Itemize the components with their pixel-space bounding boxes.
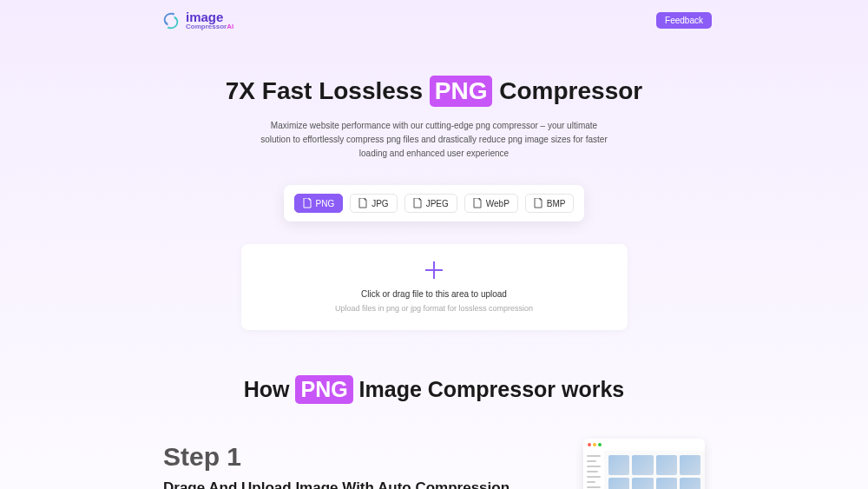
file-icon [473, 198, 482, 208]
step-1-text: Step 1 Drage And Upload Image With Auto … [163, 442, 566, 489]
format-webp-button[interactable]: WebP [464, 194, 518, 213]
upload-area[interactable]: Click or drag file to this area to uploa… [241, 244, 628, 330]
mock-titlebar [583, 439, 705, 451]
traffic-light-red [588, 443, 591, 446]
how-title: How PNG Image Compressor works [156, 375, 712, 404]
plus-icon [424, 260, 444, 281]
logo-title: image [186, 10, 233, 23]
file-icon [534, 198, 542, 208]
mock-sidebar [583, 451, 604, 489]
step-1-title: Drage And Upload Image With Auto Compres… [163, 479, 566, 489]
logo-icon [161, 11, 181, 30]
hero-badge: PNG [430, 76, 493, 107]
file-icon [303, 198, 312, 208]
how-badge: PNG [295, 375, 352, 404]
format-bmp-button[interactable]: BMP [525, 194, 575, 213]
hero-description: Maximize website performance with our cu… [260, 119, 608, 161]
format-jpg-button[interactable]: JPG [350, 194, 397, 213]
logo-text: image CompressorAI [186, 10, 233, 30]
step-1-number: Step 1 [163, 442, 566, 472]
format-selector: PNG JPG JPEG WebP BMP [284, 185, 585, 221]
mock-thumbnails [604, 451, 705, 489]
format-jpeg-button[interactable]: JPEG [404, 194, 457, 213]
traffic-light-yellow [593, 443, 596, 446]
step-1-section: Step 1 Drage And Upload Image With Auto … [156, 442, 712, 489]
feedback-button[interactable]: Feedback [656, 12, 712, 29]
format-png-button[interactable]: PNG [294, 194, 344, 213]
header: image CompressorAI Feedback [0, 0, 868, 41]
traffic-light-green [598, 443, 602, 446]
upload-text: Click or drag file to this area to uploa… [259, 289, 610, 299]
main: 7X Fast Lossless PNG Compressor Maximize… [156, 76, 712, 489]
hero-title: 7X Fast Lossless PNG Compressor [156, 76, 712, 107]
step-1-illustration [583, 439, 705, 489]
mock-body [583, 451, 705, 489]
file-icon [358, 198, 367, 208]
logo-subtitle: CompressorAI [186, 23, 233, 30]
logo[interactable]: image CompressorAI [161, 10, 233, 30]
upload-hint: Upload files in png or jpg format for lo… [259, 304, 610, 313]
file-icon [413, 198, 422, 208]
